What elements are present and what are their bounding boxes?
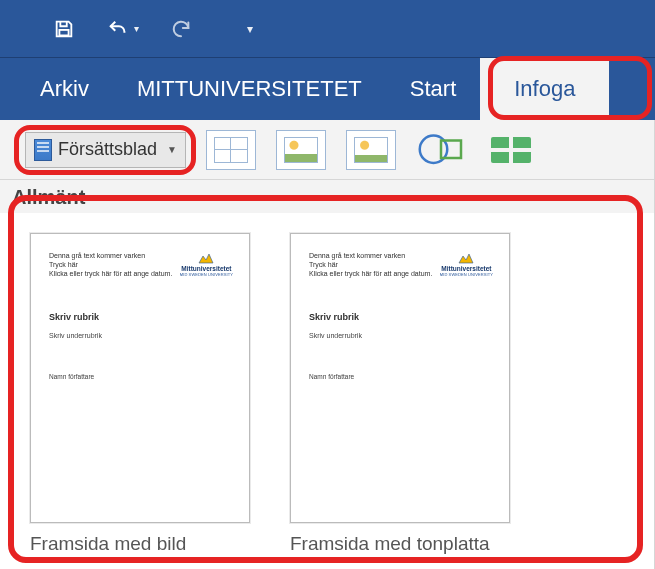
cover-page-gallery: Denna grå text kommer varken Tryck här K… — [0, 213, 655, 565]
gallery-item-label: Framsida med bild — [30, 533, 250, 555]
tab-arkiv[interactable]: Arkiv — [0, 58, 113, 120]
tab-label: Infoga — [514, 76, 575, 102]
redo-button[interactable] — [167, 15, 195, 43]
save-icon — [53, 18, 75, 40]
save-button[interactable] — [50, 15, 78, 43]
dropdown-caret-icon: ▼ — [167, 144, 177, 155]
thumb-logo-text: Mittuniversitetet — [440, 265, 493, 272]
shapes-icon — [416, 128, 466, 171]
thumb-logo: Mittuniversitetet MID SWEDEN UNIVERSITY — [440, 252, 493, 277]
tab-label: MITTUNIVERSITETET — [137, 76, 362, 102]
picture-icon — [284, 137, 318, 163]
tab-label: Start — [410, 76, 456, 102]
thumb-logo-text: Mittuniversitetet — [180, 265, 233, 272]
ribbon-tab-bar: Arkiv MITTUNIVERSITETET Start Infoga — [0, 58, 655, 120]
gallery-item-label: Framsida med tonplatta — [290, 533, 510, 555]
ribbon-online-picture-button[interactable] — [346, 130, 396, 170]
svg-rect-0 — [59, 29, 68, 34]
thumb-subtitle: Skriv underrubrik — [309, 332, 491, 339]
undo-icon — [106, 18, 130, 40]
thumb-title: Skriv rubrik — [49, 312, 231, 322]
thumb-footer: Namn författare — [49, 373, 231, 380]
thumb-logo-sub: MID SWEDEN UNIVERSITY — [440, 272, 493, 277]
undo-button[interactable]: ▾ — [106, 18, 139, 40]
thumb-footer: Namn författare — [309, 373, 491, 380]
undo-dropdown-caret-icon[interactable]: ▾ — [134, 23, 139, 34]
thumb-title: Skriv rubrik — [309, 312, 491, 322]
thumb-subtitle: Skriv underrubrik — [49, 332, 231, 339]
mountain-logo-icon — [197, 252, 215, 264]
ribbon-smartart-button[interactable] — [486, 130, 536, 170]
gallery-heading: Allmänt — [0, 180, 655, 213]
forsattsblad-button[interactable]: Försättsblad ▼ — [25, 132, 186, 168]
tab-mittuniversitetet[interactable]: MITTUNIVERSITETET — [113, 58, 386, 120]
smartart-icon — [491, 137, 531, 163]
cover-page-icon — [34, 139, 52, 161]
caret-down-icon: ▾ — [247, 22, 253, 36]
title-bar: ▾ ▾ — [0, 0, 655, 58]
picture-icon — [354, 137, 388, 163]
ribbon-insert: Försättsblad ▼ — [0, 120, 655, 180]
customize-qat-button[interactable]: ▾ — [235, 15, 263, 43]
cover-page-thumbnail: Denna grå text kommer varken Tryck här K… — [30, 233, 250, 523]
gallery-item-framsida-med-bild[interactable]: Denna grå text kommer varken Tryck här K… — [30, 233, 250, 555]
ribbon-table-button[interactable] — [206, 130, 256, 170]
ribbon-picture-button[interactable] — [276, 130, 326, 170]
thumb-logo: Mittuniversitetet MID SWEDEN UNIVERSITY — [180, 252, 233, 277]
ribbon-shapes-button[interactable] — [416, 130, 466, 170]
tab-infoga[interactable]: Infoga — [480, 58, 609, 120]
svg-rect-2 — [441, 141, 461, 159]
gallery-item-framsida-med-tonplatta[interactable]: Denna grå text kommer varken Tryck här K… — [290, 233, 510, 555]
tab-label: Arkiv — [40, 76, 89, 102]
cover-page-thumbnail: Denna grå text kommer varken Tryck här K… — [290, 233, 510, 523]
thumb-logo-sub: MID SWEDEN UNIVERSITY — [180, 272, 233, 277]
table-icon — [214, 137, 248, 163]
tab-start[interactable]: Start — [386, 58, 480, 120]
forsattsblad-label: Försättsblad — [58, 139, 157, 160]
redo-icon — [170, 18, 192, 40]
mountain-logo-icon — [457, 252, 475, 264]
